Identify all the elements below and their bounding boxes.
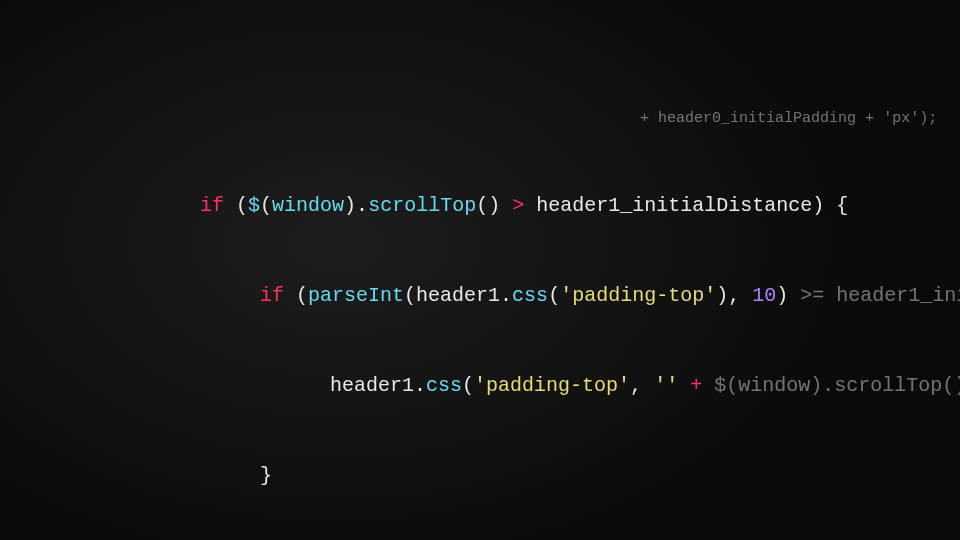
- tok-keyword-if: if: [200, 194, 224, 217]
- tok-punct: ): [488, 194, 500, 217]
- tok-punct: }: [260, 464, 272, 487]
- tok-dollar: $: [714, 374, 726, 397]
- tok-punct: (: [942, 374, 954, 397]
- tok-punct: ): [812, 194, 824, 217]
- tok-var: header1_initialDistance: [536, 194, 812, 217]
- tok-punct: .: [414, 374, 426, 397]
- tok-punct: (: [236, 194, 248, 217]
- tok-punct: ): [716, 284, 728, 307]
- tok-keyword-if: if: [260, 284, 284, 307]
- tok-method-scrollTop: scrollTop: [368, 194, 476, 217]
- tok-punct: ,: [728, 284, 740, 307]
- tok-punct: (: [404, 284, 416, 307]
- tok-punct: (: [462, 374, 474, 397]
- tok-var: header1: [330, 374, 414, 397]
- tok-punct: {: [836, 194, 848, 217]
- tok-ident: window: [738, 374, 810, 397]
- tok-op: +: [865, 110, 874, 127]
- tok-punct: ): [344, 194, 356, 217]
- tok-op: +: [640, 110, 649, 127]
- tok-string: 'padding-top': [560, 284, 716, 307]
- tok-string: 'px': [883, 110, 919, 127]
- code-editor: + header0_initialPadding + 'px'); if ($(…: [0, 0, 960, 540]
- tok-number: 10: [752, 284, 776, 307]
- tok-punct: ): [919, 110, 928, 127]
- tok-punct: .: [500, 284, 512, 307]
- tok-string: 'padding-top': [474, 374, 630, 397]
- code-line: if (parseInt(header1.css('padding-top'),…: [0, 281, 960, 311]
- tok-method-parseInt: parseInt: [308, 284, 404, 307]
- tok-punct: .: [356, 194, 368, 217]
- tok-punct: ,: [630, 374, 642, 397]
- tok-op: >: [512, 194, 524, 217]
- tok-var: header1_initialPadding: [836, 284, 960, 307]
- tok-method: scrollTop: [834, 374, 942, 397]
- code-line: header1.css('padding-top', '' + $(window…: [0, 371, 960, 401]
- tok-punct: (: [476, 194, 488, 217]
- tok-var: header1: [416, 284, 500, 307]
- tok-punct: (: [548, 284, 560, 307]
- tok-punct: ): [954, 374, 960, 397]
- tok-dollar: $: [248, 194, 260, 217]
- tok-string: '': [654, 374, 678, 397]
- tok-punct: (: [260, 194, 272, 217]
- tok-op: +: [690, 374, 702, 397]
- tok-var: header0_initialPadding: [658, 110, 856, 127]
- tok-punct: ): [776, 284, 788, 307]
- tok-punct: ;: [928, 110, 937, 127]
- code-line: }: [0, 461, 960, 491]
- code-block: + header0_initialPadding + 'px'); if ($(…: [0, 48, 960, 540]
- tok-punct: (: [726, 374, 738, 397]
- tok-punct: (: [296, 284, 308, 307]
- tok-method-css: css: [512, 284, 548, 307]
- tok-op: >=: [800, 284, 824, 307]
- tok-ident-window: window: [272, 194, 344, 217]
- code-line: if ($(window).scrollTop() > header1_init…: [0, 191, 960, 221]
- tok-punct: .: [822, 374, 834, 397]
- code-line: + header0_initialPadding + 'px');: [0, 108, 960, 131]
- tok-method-css: css: [426, 374, 462, 397]
- tok-punct: ): [810, 374, 822, 397]
